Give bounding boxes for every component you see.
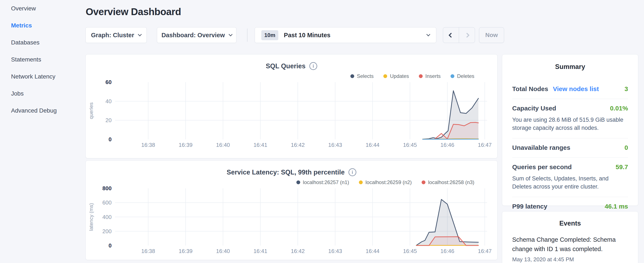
chevron-left-icon — [448, 33, 454, 38]
time-step-buttons — [443, 27, 475, 43]
svg-text:16:42: 16:42 — [291, 142, 305, 148]
svg-text:400: 400 — [102, 214, 112, 220]
sidebar-item-label: Advanced Debug — [11, 107, 57, 114]
metric-label: Unavailable ranges — [512, 144, 570, 151]
sql-queries-chart-card: SQL Queries i SelectsUpdatesInsertsDelet… — [86, 54, 498, 158]
summary-row-queries-per-second: Queries per second 59.7 Sum of Selects, … — [512, 158, 628, 197]
svg-text:0: 0 — [109, 242, 112, 249]
chevron-down-icon — [228, 32, 232, 36]
svg-text:16:38: 16:38 — [141, 248, 155, 254]
events-panel: Events Schema Change Completed: Schema c… — [502, 211, 638, 263]
sidebar-item-statements[interactable]: Statements — [0, 51, 86, 68]
event-item[interactable]: Schema Change Completed: Schema change w… — [512, 235, 628, 263]
svg-text:600: 600 — [102, 199, 112, 206]
sidebar-item-jobs[interactable]: Jobs — [0, 85, 86, 102]
svg-text:16:41: 16:41 — [254, 142, 267, 148]
summary-row-unavailable-ranges: Unavailable ranges 0 — [512, 138, 628, 158]
sidebar-item-databases[interactable]: Databases — [0, 34, 86, 51]
sidebar-item-label: Overview — [11, 5, 36, 12]
now-button-label: Now — [485, 32, 498, 39]
svg-text:queries: queries — [88, 102, 94, 119]
summary-rows: Total Nodes View nodes list 3 Capacity U… — [512, 80, 628, 216]
svg-text:0: 0 — [109, 136, 112, 143]
svg-text:16:43: 16:43 — [328, 248, 342, 254]
sidebar-item-network-latency[interactable]: Network Latency — [0, 68, 86, 85]
event-timestamp: May 13, 2020 at 4:45 PM — [512, 256, 628, 263]
svg-text:16:46: 16:46 — [440, 142, 454, 148]
summary-row-total-nodes: Total Nodes View nodes list 3 — [512, 80, 628, 99]
svg-text:16:41: 16:41 — [254, 248, 267, 254]
sidebar: Overview Metrics Databases Statements Ne… — [0, 0, 86, 119]
svg-text:16:42: 16:42 — [291, 248, 305, 254]
metric-label: Queries per second — [512, 163, 572, 171]
time-forward-button[interactable] — [459, 28, 475, 43]
svg-text:16:44: 16:44 — [366, 142, 380, 148]
svg-text:16:43: 16:43 — [328, 142, 342, 148]
metric-label: Total Nodes — [512, 85, 548, 93]
svg-text:200: 200 — [102, 228, 112, 234]
sidebar-item-overview[interactable]: Overview — [0, 0, 86, 17]
service-latency-chart-card: Service Latency: SQL, 99th percentile i … — [86, 160, 498, 260]
toolbar: Graph: Cluster Dashboard: Overview 10m P… — [86, 27, 511, 43]
dashboard-dropdown[interactable]: Dashboard: Overview — [157, 27, 236, 43]
svg-text:40: 40 — [106, 98, 112, 105]
now-button[interactable]: Now — [479, 27, 504, 43]
svg-text:16:40: 16:40 — [216, 142, 230, 148]
sidebar-item-label: Statements — [11, 56, 41, 63]
metric-description: You are using 28.6 MiB of 515.9 GiB usab… — [512, 116, 628, 132]
service-latency-chart-canvas[interactable]: 16:3816:3916:4016:4116:4216:4316:4416:45… — [86, 161, 498, 260]
summary-row-capacity-used: Capacity Used 0.01% You are using 28.6 M… — [512, 99, 628, 138]
sidebar-item-label: Databases — [11, 39, 40, 46]
metric-value: 0.01% — [610, 105, 628, 112]
metric-label: Capacity Used — [512, 105, 556, 112]
svg-text:800: 800 — [102, 185, 112, 191]
svg-text:16:38: 16:38 — [141, 142, 155, 148]
svg-text:16:40: 16:40 — [216, 248, 230, 254]
svg-text:16:39: 16:39 — [178, 248, 192, 254]
sidebar-item-label: Metrics — [11, 22, 32, 29]
time-window-badge: 10m — [261, 30, 278, 40]
summary-title: Summary — [512, 63, 628, 71]
chevron-down-icon — [426, 32, 430, 36]
chevron-down-icon — [138, 32, 142, 36]
svg-text:16:39: 16:39 — [178, 142, 192, 148]
graph-dropdown-label: Graph: Cluster — [91, 32, 134, 39]
svg-text:20: 20 — [106, 117, 112, 123]
page-title: Overview Dashboard — [86, 6, 181, 18]
summary-panel: Summary Total Nodes View nodes list 3 Ca… — [502, 54, 638, 206]
time-window-label: Past 10 Minutes — [284, 32, 330, 39]
metric-value: 59.7 — [616, 163, 628, 171]
sidebar-item-label: Network Latency — [11, 73, 56, 80]
events-title: Events — [512, 220, 628, 227]
graph-dropdown[interactable]: Graph: Cluster — [86, 27, 147, 43]
svg-text:latency (ms): latency (ms) — [88, 203, 94, 231]
dashboard-dropdown-label: Dashboard: Overview — [161, 32, 225, 39]
svg-text:16:47: 16:47 — [478, 142, 492, 148]
metric-value: 46.1 ms — [605, 203, 628, 210]
sidebar-item-label: Jobs — [11, 90, 24, 97]
metric-value: 0 — [624, 144, 628, 151]
svg-text:16:44: 16:44 — [366, 248, 380, 254]
sidebar-item-metrics[interactable]: Metrics — [0, 17, 86, 34]
svg-text:60: 60 — [106, 79, 112, 85]
svg-text:16:45: 16:45 — [403, 248, 417, 254]
time-back-button[interactable] — [443, 28, 459, 43]
metric-description: Sum of Selects, Updates, Inserts, and De… — [512, 174, 628, 191]
svg-text:16:46: 16:46 — [440, 248, 454, 254]
time-range-picker[interactable]: 10m Past 10 Minutes — [255, 27, 436, 43]
chevron-right-icon — [464, 33, 470, 38]
toolbar-divider — [247, 29, 248, 42]
sidebar-item-advanced-debug[interactable]: Advanced Debug — [0, 102, 86, 119]
metric-label: P99 latency — [512, 203, 547, 210]
sql-queries-chart-canvas[interactable]: 16:3816:3916:4016:4116:4216:4316:4416:45… — [86, 55, 498, 158]
view-nodes-list-link[interactable]: View nodes list — [553, 85, 599, 93]
svg-text:16:45: 16:45 — [403, 142, 417, 148]
metric-value: 3 — [624, 85, 628, 93]
svg-text:16:47: 16:47 — [478, 248, 492, 254]
event-message: Schema Change Completed: Schema change w… — [512, 235, 628, 254]
